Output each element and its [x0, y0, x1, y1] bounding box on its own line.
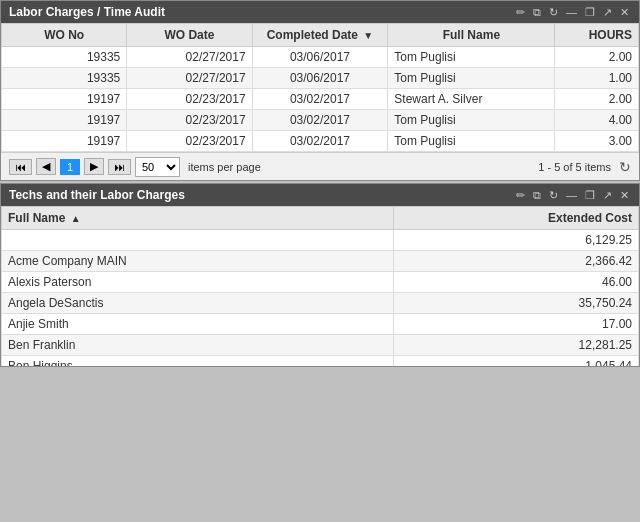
- page-1-btn[interactable]: 1: [60, 159, 80, 175]
- cell-extended-cost: 35,750.24: [394, 293, 639, 314]
- labor-charges-table: WO No WO Date Completed Date ▼ Full Name…: [1, 23, 639, 152]
- cell-extended-cost: 46.00: [394, 272, 639, 293]
- panel1-table-container: WO No WO Date Completed Date ▼ Full Name…: [1, 23, 639, 152]
- cell-full-name: Tom Puglisi: [388, 47, 555, 68]
- table-row: 19335 02/27/2017 03/06/2017 Tom Puglisi …: [2, 47, 639, 68]
- items-per-page-select[interactable]: 50 25 100: [135, 157, 180, 177]
- cell-hours: 2.00: [555, 47, 639, 68]
- panel2-header-row: Full Name ▲ Extended Cost: [2, 207, 639, 230]
- panel1-icons: ✏ ⧉ ↻ — ❐ ↗ ✕: [514, 6, 631, 19]
- cell-extended-cost: 2,366.42: [394, 251, 639, 272]
- cell-tech-name: Alexis Paterson: [2, 272, 394, 293]
- cell-tech-name: Acme Company MAIN: [2, 251, 394, 272]
- panel-techs-labor: Techs and their Labor Charges ✏ ⧉ ↻ — ❐ …: [0, 183, 640, 367]
- cell-full-name: Tom Puglisi: [388, 110, 555, 131]
- cell-wo-no: 19335: [2, 68, 127, 89]
- cell-wo-no: 19335: [2, 47, 127, 68]
- cell-tech-name: Angela DeSanctis: [2, 293, 394, 314]
- panel2-minimize-icon[interactable]: —: [564, 189, 579, 201]
- panel1-restore-icon[interactable]: ❐: [583, 6, 597, 19]
- list-item: Ben Franklin 12,281.25: [2, 335, 639, 356]
- cell-tech-name: Ben Higgins: [2, 356, 394, 367]
- cell-hours: 4.00: [555, 110, 639, 131]
- panel2-header: Techs and their Labor Charges ✏ ⧉ ↻ — ❐ …: [1, 184, 639, 206]
- panel2-table-container: Full Name ▲ Extended Cost 6,129.25 Acme …: [1, 206, 639, 366]
- cell-wo-no: 19197: [2, 110, 127, 131]
- col-header-wo[interactable]: WO No: [2, 24, 127, 47]
- cell-wo-date: 02/27/2017: [127, 68, 252, 89]
- col-header-completed-date[interactable]: Completed Date ▼: [252, 24, 388, 47]
- panel1-refresh-icon[interactable]: ↻: [547, 6, 560, 19]
- cell-hours: 3.00: [555, 131, 639, 152]
- cell-tech-name: Anjie Smith: [2, 314, 394, 335]
- cell-extended-cost: 6,129.25: [394, 230, 639, 251]
- table-row: 19335 02/27/2017 03/06/2017 Tom Puglisi …: [2, 68, 639, 89]
- cell-wo-date: 02/23/2017: [127, 89, 252, 110]
- cell-full-name: Stewart A. Silver: [388, 89, 555, 110]
- panel1-header: Labor Charges / Time Audit ✏ ⧉ ↻ — ❐ ↗ ✕: [1, 1, 639, 23]
- panel1-maximize-icon[interactable]: ↗: [601, 6, 614, 19]
- cell-completed-date: 03/02/2017: [252, 110, 388, 131]
- cell-tech-name: [2, 230, 394, 251]
- panel-labor-charges: Labor Charges / Time Audit ✏ ⧉ ↻ — ❐ ↗ ✕…: [0, 0, 640, 181]
- panel2-restore-icon[interactable]: ❐: [583, 189, 597, 202]
- panel1-title: Labor Charges / Time Audit: [9, 5, 165, 19]
- list-item: Acme Company MAIN 2,366.42: [2, 251, 639, 272]
- panel2-copy-icon[interactable]: ⧉: [531, 189, 543, 202]
- cell-completed-date: 03/02/2017: [252, 89, 388, 110]
- prev-page-btn[interactable]: ◀: [36, 158, 56, 175]
- panel2-close-icon[interactable]: ✕: [618, 189, 631, 202]
- table-row: 19197 02/23/2017 03/02/2017 Stewart A. S…: [2, 89, 639, 110]
- list-item: 6,129.25: [2, 230, 639, 251]
- panel2-icons: ✏ ⧉ ↻ — ❐ ↗ ✕: [514, 189, 631, 202]
- first-page-btn[interactable]: ⏮: [9, 159, 32, 175]
- list-item: Ben Higgins 1,045.44: [2, 356, 639, 367]
- completed-date-sort-icon: ▼: [363, 30, 373, 41]
- panel2-title: Techs and their Labor Charges: [9, 188, 185, 202]
- items-per-page-label: items per page: [188, 161, 261, 173]
- techs-labor-table: Full Name ▲ Extended Cost 6,129.25 Acme …: [1, 206, 639, 366]
- table-header-row: WO No WO Date Completed Date ▼ Full Name…: [2, 24, 639, 47]
- list-item: Anjie Smith 17.00: [2, 314, 639, 335]
- col-header-extcost[interactable]: Extended Cost: [394, 207, 639, 230]
- cell-hours: 1.00: [555, 68, 639, 89]
- cell-completed-date: 03/06/2017: [252, 47, 388, 68]
- col-header-fullname[interactable]: Full Name ▲: [2, 207, 394, 230]
- panel1-table-body: 19335 02/27/2017 03/06/2017 Tom Puglisi …: [2, 47, 639, 152]
- cell-wo-date: 02/27/2017: [127, 47, 252, 68]
- cell-hours: 2.00: [555, 89, 639, 110]
- cell-extended-cost: 17.00: [394, 314, 639, 335]
- panel1-minimize-icon[interactable]: —: [564, 6, 579, 18]
- last-page-btn[interactable]: ⏭: [108, 159, 131, 175]
- next-page-btn[interactable]: ▶: [84, 158, 104, 175]
- panel2-refresh-icon[interactable]: ↻: [547, 189, 560, 202]
- cell-tech-name: Ben Franklin: [2, 335, 394, 356]
- table-row: 19197 02/23/2017 03/02/2017 Tom Puglisi …: [2, 110, 639, 131]
- cell-extended-cost: 1,045.44: [394, 356, 639, 367]
- table-row: 19197 02/23/2017 03/02/2017 Tom Puglisi …: [2, 131, 639, 152]
- pagination-info: 1 - 5 of 5 items: [538, 161, 611, 173]
- list-item: Alexis Paterson 46.00: [2, 272, 639, 293]
- cell-full-name: Tom Puglisi: [388, 131, 555, 152]
- cell-completed-date: 03/06/2017: [252, 68, 388, 89]
- cell-wo-no: 19197: [2, 131, 127, 152]
- col-header-hours[interactable]: HOURS: [555, 24, 639, 47]
- panel2-edit-icon[interactable]: ✏: [514, 189, 527, 202]
- panel1-edit-icon[interactable]: ✏: [514, 6, 527, 19]
- col-header-wo-date[interactable]: WO Date: [127, 24, 252, 47]
- panel2-table-body: 6,129.25 Acme Company MAIN 2,366.42 Alex…: [2, 230, 639, 367]
- panel2-maximize-icon[interactable]: ↗: [601, 189, 614, 202]
- fullname-sort-icon: ▲: [71, 213, 81, 224]
- pagination-refresh-icon[interactable]: ↻: [619, 159, 631, 175]
- col-header-full-name[interactable]: Full Name: [388, 24, 555, 47]
- cell-completed-date: 03/02/2017: [252, 131, 388, 152]
- panel1-copy-icon[interactable]: ⧉: [531, 6, 543, 19]
- list-item: Angela DeSanctis 35,750.24: [2, 293, 639, 314]
- cell-wo-date: 02/23/2017: [127, 110, 252, 131]
- panel1-close-icon[interactable]: ✕: [618, 6, 631, 19]
- cell-wo-date: 02/23/2017: [127, 131, 252, 152]
- pagination-bar: ⏮ ◀ 1 ▶ ⏭ 50 25 100 items per page 1 - 5…: [1, 152, 639, 180]
- cell-full-name: Tom Puglisi: [388, 68, 555, 89]
- cell-extended-cost: 12,281.25: [394, 335, 639, 356]
- cell-wo-no: 19197: [2, 89, 127, 110]
